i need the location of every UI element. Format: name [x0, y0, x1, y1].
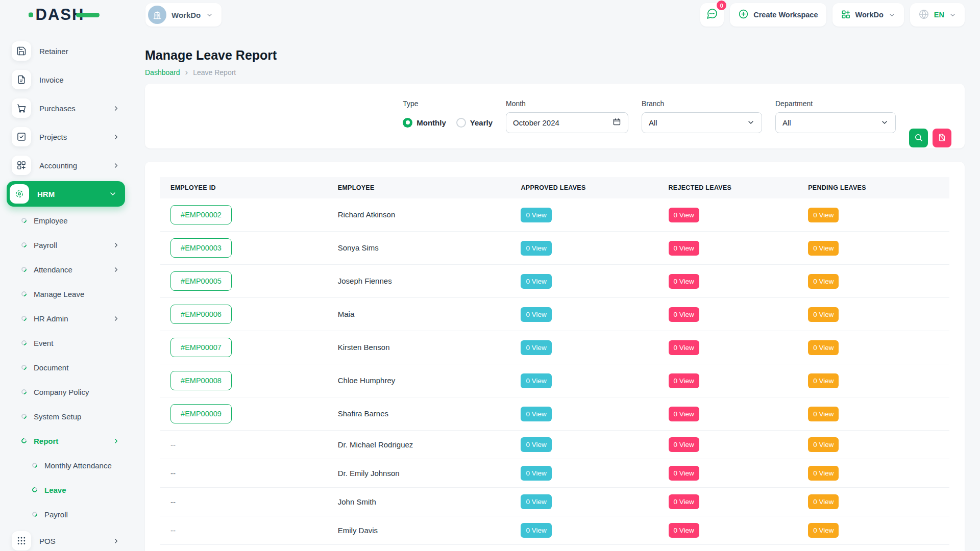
- employee-id-button[interactable]: #EMP00006: [170, 305, 232, 324]
- sidebar-item-leave[interactable]: Leave: [7, 478, 135, 502]
- sidebar-item-purchases[interactable]: Purchases: [7, 94, 135, 122]
- sidebar-item-retainer[interactable]: Retainer: [7, 37, 135, 65]
- rejected-view-badge[interactable]: 0 View: [669, 208, 699, 222]
- approved-view-badge[interactable]: 0 View: [521, 208, 551, 222]
- sidebar-item-monthly-attendance[interactable]: Monthly Attendance: [7, 453, 135, 478]
- employee-id-button[interactable]: #EMP00009: [170, 404, 232, 423]
- approved-view-badge[interactable]: 0 View: [521, 340, 551, 355]
- table-row: #EMP00003Sonya Sims0 View0 View0 View: [160, 232, 949, 265]
- table-row: #EMP00009Shafira Barnes0 View0 View0 Vie…: [160, 397, 949, 431]
- search-button[interactable]: [909, 129, 928, 147]
- sidebar-item-hrm[interactable]: HRM: [7, 181, 125, 207]
- invoice-icon: [12, 70, 31, 89]
- rejected-view-badge[interactable]: 0 View: [669, 523, 699, 538]
- employee-id-empty: --: [170, 497, 176, 506]
- pending-view-badge[interactable]: 0 View: [808, 494, 839, 509]
- approved-view-badge[interactable]: 0 View: [521, 437, 551, 452]
- messenger-button[interactable]: 0: [700, 3, 724, 27]
- sidebar-item-accounting[interactable]: Accounting: [7, 151, 135, 180]
- employee-id-button[interactable]: #EMP00003: [170, 238, 232, 258]
- sidebar-item-payroll[interactable]: Payroll: [7, 502, 135, 527]
- month-input[interactable]: October 2024: [506, 112, 628, 133]
- dash-logo[interactable]: DASH: [36, 6, 100, 24]
- sidebar-item-document[interactable]: Document: [7, 355, 135, 380]
- language-selector[interactable]: EN: [910, 3, 965, 27]
- pending-view-badge[interactable]: 0 View: [808, 274, 839, 289]
- employee-id-empty: --: [170, 469, 176, 478]
- type-radios: Monthly Yearly: [403, 112, 493, 133]
- sidebar-item-report[interactable]: Report: [7, 429, 135, 453]
- rejected-view-badge[interactable]: 0 View: [669, 340, 699, 355]
- sidebar-item-manage-leave[interactable]: Manage Leave: [7, 282, 135, 306]
- approved-view-badge[interactable]: 0 View: [521, 241, 551, 256]
- chevron-down-icon: [949, 11, 957, 19]
- radio-yearly-control: [456, 118, 466, 128]
- approved-view-badge[interactable]: 0 View: [521, 466, 551, 481]
- chevron-right-icon: [112, 437, 120, 445]
- approved-view-badge[interactable]: 0 View: [521, 407, 551, 421]
- rejected-view-badge[interactable]: 0 View: [669, 373, 699, 388]
- approved-view-badge[interactable]: 0 View: [521, 274, 551, 289]
- file-off-icon: [938, 133, 946, 143]
- rejected-view-badge[interactable]: 0 View: [669, 307, 699, 322]
- employee-id-button[interactable]: #EMP00007: [170, 338, 232, 357]
- reset-button[interactable]: [933, 129, 951, 147]
- sidebar-item-pos[interactable]: POS: [7, 527, 135, 551]
- sidebar-item-label: HRM: [37, 190, 55, 198]
- employee-name: Emily Davis: [338, 526, 378, 535]
- employee-id-button[interactable]: #EMP00005: [170, 271, 232, 291]
- approved-view-badge[interactable]: 0 View: [521, 373, 551, 388]
- pending-view-badge[interactable]: 0 View: [808, 340, 839, 355]
- department-select[interactable]: All: [775, 112, 896, 133]
- pending-view-badge[interactable]: 0 View: [808, 407, 839, 421]
- main-content: Manage Leave Report Dashboard › Leave Re…: [145, 30, 965, 551]
- sidebar-item-system-setup[interactable]: System Setup: [7, 404, 135, 429]
- pending-view-badge[interactable]: 0 View: [808, 241, 839, 256]
- breadcrumb-dashboard-link[interactable]: Dashboard: [145, 68, 180, 77]
- rejected-view-badge[interactable]: 0 View: [669, 437, 699, 452]
- employee-name: Sonya Sims: [338, 243, 379, 252]
- approved-view-badge[interactable]: 0 View: [521, 523, 551, 538]
- pending-view-badge[interactable]: 0 View: [808, 307, 839, 322]
- sidebar-item-employee[interactable]: Employee: [7, 208, 135, 233]
- create-workspace-button[interactable]: Create Workspace: [730, 3, 826, 27]
- employee-name: Chloe Humphrey: [338, 376, 396, 385]
- table-row: #EMP00006Maia0 View0 View0 View: [160, 298, 949, 331]
- radio-monthly[interactable]: Monthly: [403, 118, 446, 128]
- sidebar-item-event[interactable]: Event: [7, 331, 135, 355]
- pending-view-badge[interactable]: 0 View: [808, 208, 839, 222]
- sidebar-item-hr-admin[interactable]: HR Admin: [7, 306, 135, 331]
- sidebar-item-projects[interactable]: Projects: [7, 122, 135, 151]
- sidebar-item-payroll[interactable]: Payroll: [7, 233, 135, 257]
- rejected-view-badge[interactable]: 0 View: [669, 241, 699, 256]
- branch-select[interactable]: All: [642, 112, 762, 133]
- employee-name: Shafira Barnes: [338, 409, 388, 418]
- approved-view-badge[interactable]: 0 View: [521, 307, 551, 322]
- apps-menu-button[interactable]: WorkDo: [832, 3, 904, 27]
- pending-view-badge[interactable]: 0 View: [808, 437, 839, 452]
- workspace-selector[interactable]: WorkDo: [145, 3, 222, 27]
- approved-view-badge[interactable]: 0 View: [521, 494, 551, 509]
- calendar-icon: [612, 117, 621, 128]
- plus-circle-icon: [738, 9, 749, 21]
- rejected-view-badge[interactable]: 0 View: [669, 407, 699, 421]
- employee-id-button[interactable]: #EMP00008: [170, 371, 232, 390]
- sidebar-item-invoice[interactable]: Invoice: [7, 65, 135, 94]
- radio-yearly[interactable]: Yearly: [456, 118, 493, 128]
- sidebar-item-company-policy[interactable]: Company Policy: [7, 380, 135, 404]
- rejected-view-badge[interactable]: 0 View: [669, 494, 699, 509]
- pending-view-badge[interactable]: 0 View: [808, 373, 839, 388]
- pending-view-badge[interactable]: 0 View: [808, 523, 839, 538]
- chevron-right-icon: [112, 105, 120, 112]
- sidebar-item-label: Retainer: [39, 47, 68, 56]
- logo-wrap: DASH: [0, 6, 135, 24]
- rejected-view-badge[interactable]: 0 View: [669, 274, 699, 289]
- rejected-view-badge[interactable]: 0 View: [669, 466, 699, 481]
- sidebar-item-attendance[interactable]: Attendance: [7, 257, 135, 282]
- sidebar-item-label: Attendance: [34, 265, 72, 274]
- pending-view-badge[interactable]: 0 View: [808, 466, 839, 481]
- employee-id-button[interactable]: #EMP00002: [170, 205, 232, 224]
- employee-name: John Smith: [338, 497, 376, 506]
- bullet-icon: [31, 462, 38, 469]
- sidebar-item-label: Manage Leave: [34, 290, 84, 298]
